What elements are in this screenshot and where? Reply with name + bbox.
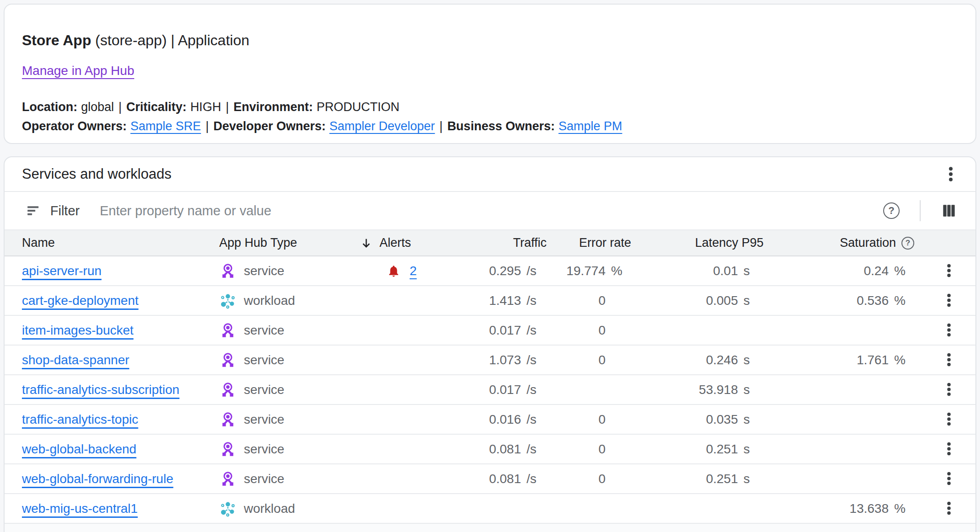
column-header-app-hub-type[interactable]: App Hub Type	[201, 230, 349, 256]
latency-value: 0.01	[713, 264, 738, 278]
saturation-unit: %	[894, 293, 914, 308]
app-hub-type-label: service	[244, 264, 285, 278]
section-kebab-menu[interactable]	[938, 161, 964, 187]
table-row: cart-gke-deployment	[5, 286, 975, 315]
developer-owners-label: Developer Owners:	[213, 119, 326, 133]
row-latency-cell	[639, 494, 772, 523]
workload-icon	[219, 292, 237, 309]
operator-owners-label: Operator Owners:	[22, 119, 127, 133]
saturation-unit: %	[894, 501, 914, 516]
row-latency-cell: 0.01s	[639, 256, 772, 286]
row-saturation-cell	[772, 404, 922, 434]
latency-unit: s	[743, 472, 764, 486]
row-kebab-menu[interactable]	[938, 289, 960, 311]
row-name-cell: item-images-bucket	[5, 315, 201, 345]
resource-name-link[interactable]: shop-data-spanner	[22, 353, 129, 367]
error-rate-value: 0	[598, 442, 606, 457]
column-display-button[interactable]	[936, 198, 962, 223]
app-owners-line: Operator Owners:Sample SRE|Developer Own…	[22, 117, 957, 136]
row-saturation-cell	[772, 434, 922, 464]
column-header-latency-p95[interactable]: Latency P95	[639, 230, 772, 256]
row-latency-cell: 0.035s	[639, 404, 772, 434]
error-rate-value: 0	[598, 412, 606, 427]
row-type-cell: service	[201, 434, 349, 464]
traffic-unit: /s	[527, 293, 547, 308]
row-actions-cell	[922, 256, 975, 286]
table-row: shop-data-spanner	[5, 345, 975, 375]
more-vert-icon	[941, 262, 957, 279]
error-rate-unit: %	[611, 264, 631, 278]
row-actions-cell	[922, 315, 975, 345]
column-header-error-rate[interactable]: Error rate	[555, 230, 639, 256]
alert-count-link[interactable]: 2	[410, 264, 417, 278]
resource-name-link[interactable]: api-server-run	[22, 264, 101, 278]
latency-value: 53.918	[699, 383, 738, 397]
row-actions-cell	[922, 345, 975, 375]
traffic-unit: /s	[527, 442, 547, 457]
row-kebab-menu[interactable]	[938, 349, 960, 371]
row-actions-cell	[922, 286, 975, 315]
row-actions-cell	[922, 375, 975, 404]
toolbar-divider	[920, 200, 921, 221]
row-kebab-menu[interactable]	[938, 378, 960, 400]
column-header-alerts[interactable]: Alerts	[349, 230, 432, 256]
business-owner-link[interactable]: Sample PM	[558, 119, 622, 133]
row-latency-cell: 0.005s	[639, 286, 772, 315]
app-id-and-kind: (store-app) | Application	[91, 32, 249, 48]
resource-name-link[interactable]: item-images-bucket	[22, 323, 133, 337]
row-alerts-cell	[349, 375, 432, 404]
traffic-value: 0.017	[489, 323, 521, 338]
row-kebab-menu[interactable]	[938, 438, 960, 460]
row-kebab-menu[interactable]	[938, 260, 960, 282]
row-name-cell: shop-data-spanner	[5, 345, 201, 375]
row-alerts-cell	[349, 286, 432, 315]
traffic-unit: /s	[527, 412, 547, 427]
filter-help-button[interactable]: ?	[879, 198, 904, 223]
row-alerts-cell	[349, 494, 432, 523]
resource-name-link[interactable]: traffic-analytics-subscription	[22, 383, 179, 397]
error-rate-value: 0	[598, 353, 606, 367]
column-header-saturation[interactable]: Saturation?	[772, 230, 922, 256]
service-icon	[219, 351, 237, 369]
criticality-label: Criticality:	[126, 100, 187, 114]
saturation-help-icon[interactable]: ?	[901, 237, 914, 250]
alert-bell-icon	[387, 264, 400, 278]
traffic-value: 0.081	[489, 442, 521, 457]
app-metadata: Location:global|Criticality:HIGH|Environ…	[22, 97, 957, 136]
latency-unit: s	[743, 264, 764, 278]
column-header-name[interactable]: Name	[5, 230, 201, 256]
saturation-value: 13.638	[849, 501, 889, 516]
operator-owner-link[interactable]: Sample SRE	[131, 119, 201, 133]
resource-name-link[interactable]: traffic-analytics-topic	[22, 412, 138, 426]
resource-name-link[interactable]: web-mig-us-central1	[22, 501, 138, 516]
row-traffic-cell: 0.081/s	[432, 464, 555, 494]
row-traffic-cell: 0.081/s	[432, 434, 555, 464]
traffic-unit: /s	[527, 383, 547, 397]
row-name-cell: web-mig-us-central1	[5, 494, 201, 523]
traffic-value: 0.295	[489, 264, 521, 278]
services-workloads-card: Services and workloads Filter ? Name App…	[4, 156, 976, 532]
row-type-cell: service	[201, 345, 349, 375]
more-vert-icon	[941, 322, 957, 338]
filter-input[interactable]	[99, 203, 879, 219]
table-header: Name App Hub Type Alerts Traffic Error r…	[5, 230, 975, 256]
resource-name-link[interactable]: cart-gke-deployment	[22, 293, 138, 308]
service-icon	[219, 262, 237, 280]
latency-value: 0.246	[706, 353, 738, 367]
columns-icon	[940, 202, 958, 219]
table-row: traffic-analytics-subscription	[5, 375, 975, 404]
page-title: Store App (store-app) | Application	[22, 32, 957, 49]
manage-in-app-hub-link[interactable]: Manage in App Hub	[22, 64, 134, 78]
row-kebab-menu[interactable]	[938, 408, 960, 430]
environment-value: PRODUCTION	[316, 100, 400, 114]
developer-owner-link[interactable]: Sampler Developer	[329, 119, 435, 133]
row-kebab-menu[interactable]	[938, 468, 960, 489]
resource-name-link[interactable]: web-global-forwarding-rule	[22, 472, 174, 486]
more-vert-icon	[941, 470, 957, 487]
resource-name-link[interactable]: web-global-backend	[22, 442, 137, 456]
row-kebab-menu[interactable]	[938, 497, 960, 519]
column-header-traffic[interactable]: Traffic	[432, 230, 555, 256]
row-name-cell: web-global-backend	[5, 434, 201, 464]
traffic-unit: /s	[527, 264, 547, 278]
row-kebab-menu[interactable]	[938, 319, 960, 341]
